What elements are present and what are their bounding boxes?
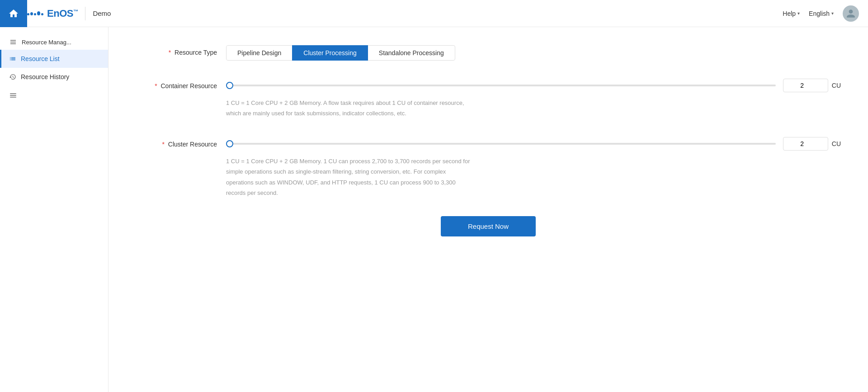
container-slider-thumb[interactable] [226,82,233,89]
topnav-right: Help ▾ English ▾ [783,5,859,22]
lang-chevron-icon: ▾ [831,11,834,16]
help-menu[interactable]: Help ▾ [783,10,800,17]
main-content: * Resource Type Pipeline Design Cluster … [108,27,868,392]
sidebar: Resource Manag... Resource List Resource… [0,27,108,392]
cluster-resource-slider[interactable] [226,143,776,145]
lang-label: English [809,10,830,17]
sidebar-item-resource-list[interactable]: Resource List [0,50,108,68]
container-resource-slider[interactable] [226,85,776,86]
required-star-3: * [162,141,165,148]
container-resource-row: * Container Resource CU 1 CU = 1 Core CP… [136,79,841,119]
language-menu[interactable]: English ▾ [809,10,834,17]
user-avatar[interactable] [843,5,859,22]
cluster-slider-row: CU [226,137,841,151]
request-now-button[interactable]: Request Now [441,216,536,236]
container-resource-control: CU 1 CU = 1 Core CPU + 2 GB Memory. A fl… [226,79,841,119]
demo-label: Demo [93,9,111,17]
sidebar-item-label-resource-history: Resource History [21,73,69,80]
app-body: Resource Manag... Resource List Resource… [0,27,868,392]
enos-logo: EnOS™ [27,8,78,19]
container-cu-input-group: CU [783,79,841,92]
sidebar-collapse-button[interactable] [0,86,108,107]
resource-type-cluster-btn[interactable]: Cluster Processing [292,45,368,61]
container-cu-unit: CU [832,82,841,89]
cluster-resource-control: CU 1 CU = 1 Core CPU + 2 GB Memory. 1 CU… [226,137,841,198]
container-resource-label: * Container Resource [136,79,226,90]
resource-type-control: Pipeline Design Cluster Processing Stand… [226,45,841,61]
sidebar-section-resource-manage[interactable]: Resource Manag... [0,32,108,50]
sidebar-section-label: Resource Manag... [22,39,71,46]
container-slider-row: CU [226,79,841,92]
container-resource-info: 1 CU = 1 Core CPU + 2 GB Memory. A flow … [226,98,475,119]
cluster-resource-info: 1 CU = 1 Core CPU + 2 GB Memory. 1 CU ca… [226,156,475,198]
cluster-slider-thumb[interactable] [226,140,233,147]
sidebar-item-resource-history[interactable]: Resource History [0,68,108,86]
resource-type-standalone-btn[interactable]: Standalone Processing [368,45,455,61]
resource-type-pipeline-btn[interactable]: Pipeline Design [226,45,292,61]
cluster-resource-label: * Cluster Resource [136,137,226,148]
resource-type-row: * Resource Type Pipeline Design Cluster … [136,45,841,61]
resource-type-group: Pipeline Design Cluster Processing Stand… [226,45,841,61]
home-button[interactable] [0,0,27,27]
sidebar-item-label-resource-list: Resource List [21,55,60,62]
nav-divider [85,7,85,20]
help-chevron-icon: ▾ [797,11,800,16]
top-navigation: EnOS™ Demo Help ▾ English ▾ [0,0,868,27]
help-label: Help [783,10,796,17]
required-star: * [169,49,171,56]
required-star-2: * [155,82,157,90]
cluster-resource-input[interactable] [783,137,828,151]
cluster-resource-row: * Cluster Resource CU 1 CU = 1 Core CPU … [136,137,841,198]
request-btn-row: Request Now [136,216,841,236]
resource-type-label: * Resource Type [136,45,226,56]
container-resource-input[interactable] [783,79,828,92]
cluster-cu-unit: CU [832,140,841,147]
cluster-cu-input-group: CU [783,137,841,151]
